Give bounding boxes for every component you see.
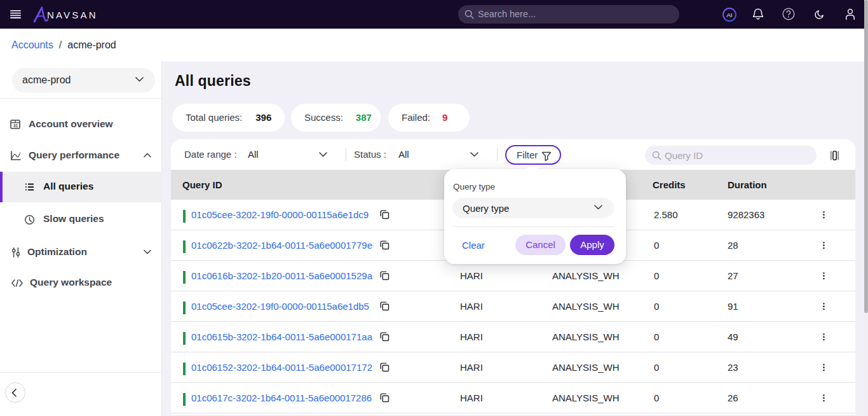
svg-text:31: 31 [13, 123, 18, 128]
svg-text:AI: AI [727, 11, 733, 18]
